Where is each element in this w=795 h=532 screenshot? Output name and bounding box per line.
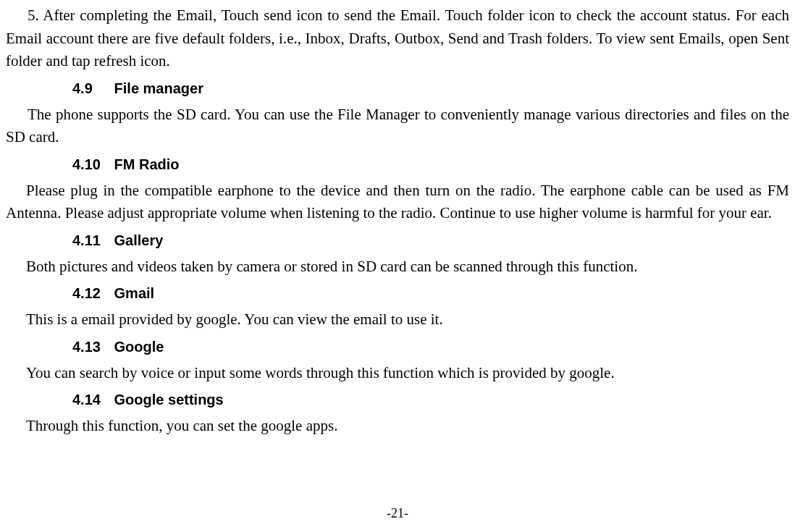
paragraph-item-5: 5. After completing the Email, Touch sen… bbox=[6, 4, 789, 73]
heading-4-14: 4.14 Google settings bbox=[72, 389, 789, 410]
heading-title: Gallery bbox=[114, 232, 164, 248]
body-4-9: The phone supports the SD card. You can … bbox=[6, 104, 789, 149]
heading-4-10: 4.10 FM Radio bbox=[72, 153, 789, 175]
body-4-11: Both pictures and videos taken by camera… bbox=[26, 256, 789, 279]
heading-title: Gmail bbox=[114, 285, 155, 301]
heading-4-13: 4.13 Google bbox=[72, 336, 789, 358]
body-4-12: This is a email provided by google. You … bbox=[26, 308, 789, 332]
body-4-14: Through this function, you can set the g… bbox=[26, 415, 789, 438]
heading-number: 4.10 bbox=[72, 153, 110, 175]
heading-4-9: 4.9 File manager bbox=[72, 77, 789, 99]
heading-number: 4.9 bbox=[72, 77, 110, 99]
heading-title: Google bbox=[114, 339, 164, 355]
heading-number: 4.13 bbox=[72, 336, 110, 358]
heading-title: Google settings bbox=[114, 392, 224, 408]
page-number: -21- bbox=[0, 504, 795, 523]
heading-number: 4.12 bbox=[72, 282, 110, 304]
body-4-13: You can search by voice or input some wo… bbox=[26, 362, 789, 385]
heading-title: File manager bbox=[114, 80, 203, 96]
heading-number: 4.11 bbox=[72, 229, 110, 251]
heading-4-11: 4.11 Gallery bbox=[72, 229, 789, 251]
heading-4-12: 4.12 Gmail bbox=[72, 282, 789, 304]
heading-title: FM Radio bbox=[114, 156, 180, 172]
heading-number: 4.14 bbox=[72, 389, 110, 410]
body-4-10: Please plug in the compatible earphone t… bbox=[6, 180, 789, 225]
